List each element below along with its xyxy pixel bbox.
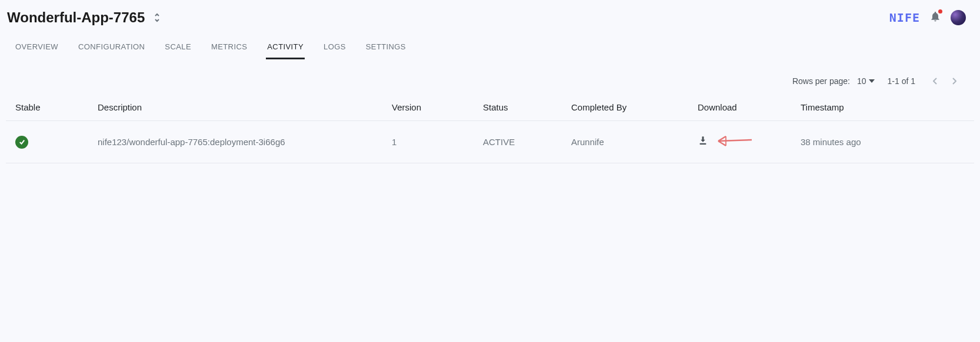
notifications-button[interactable] — [929, 11, 941, 25]
page-header: Wonderful-App-7765 NIFE — [0, 0, 980, 31]
tab-bar: OVERVIEW CONFIGURATION SCALE METRICS ACT… — [0, 31, 980, 60]
page-title: Wonderful-App-7765 — [7, 9, 145, 26]
table-row: nife123/wonderful-app-7765:deployment-3i… — [6, 121, 974, 163]
tab-overview[interactable]: OVERVIEW — [14, 38, 59, 59]
download-button[interactable] — [698, 136, 708, 148]
notification-dot-icon — [938, 9, 942, 14]
col-header-stable: Stable — [6, 94, 88, 121]
stable-check-icon — [15, 136, 28, 149]
pagination-range: 1-1 of 1 — [888, 76, 915, 86]
next-page-button[interactable] — [947, 74, 961, 88]
avatar[interactable] — [951, 10, 966, 25]
svg-rect-0 — [700, 143, 706, 145]
cell-stable — [6, 121, 88, 163]
rows-per-page-label: Rows per page: — [792, 76, 850, 86]
table-header-row: Stable Description Version Status Comple… — [6, 94, 974, 121]
cell-timestamp: 38 minutes ago — [791, 121, 974, 163]
title-group: Wonderful-App-7765 — [7, 9, 161, 26]
tab-metrics[interactable]: METRICS — [210, 38, 248, 59]
chevron-right-icon — [952, 78, 956, 85]
annotation-arrow-icon — [715, 134, 756, 150]
pagination-controls: Rows per page: 10 1-1 of 1 — [6, 68, 974, 94]
cell-completed-by: Arunnife — [562, 121, 688, 163]
rows-per-page-value: 10 — [857, 76, 866, 86]
cell-download — [688, 121, 791, 163]
cell-status: ACTIVE — [474, 121, 562, 163]
rows-per-page: Rows per page: 10 — [792, 76, 875, 86]
col-header-description: Description — [88, 94, 382, 121]
rows-per-page-select[interactable]: 10 — [857, 76, 875, 86]
table-container: Rows per page: 10 1-1 of 1 Stable Descri… — [6, 68, 974, 163]
prev-page-button[interactable] — [928, 74, 942, 88]
page-nav — [928, 74, 961, 88]
chevron-left-icon — [933, 78, 938, 85]
col-header-version: Version — [382, 94, 474, 121]
chevron-down-icon — [869, 79, 875, 83]
cell-version: 1 — [382, 121, 474, 163]
activity-table: Stable Description Version Status Comple… — [6, 94, 974, 163]
col-header-timestamp: Timestamp — [791, 94, 974, 121]
tab-logs[interactable]: LOGS — [322, 38, 347, 59]
header-right: NIFE — [889, 10, 966, 25]
tab-scale[interactable]: SCALE — [164, 38, 192, 59]
download-icon — [698, 136, 708, 146]
tab-activity[interactable]: ACTIVITY — [266, 38, 305, 59]
tab-settings[interactable]: SETTINGS — [365, 38, 407, 59]
col-header-completed-by: Completed By — [562, 94, 688, 121]
cell-description: nife123/wonderful-app-7765:deployment-3i… — [88, 121, 382, 163]
col-header-download: Download — [688, 94, 791, 121]
tab-configuration[interactable]: CONFIGURATION — [77, 38, 146, 59]
updown-selector-icon[interactable] — [153, 12, 161, 23]
col-header-status: Status — [474, 94, 562, 121]
brand-logo: NIFE — [889, 11, 920, 25]
